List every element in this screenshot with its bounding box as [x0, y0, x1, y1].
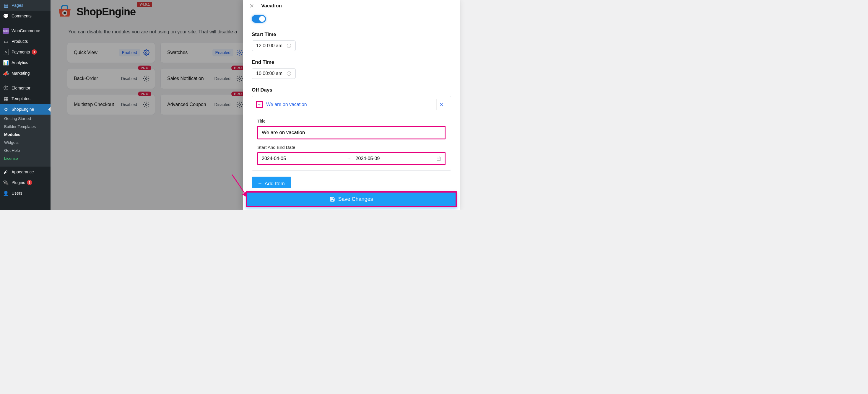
end-date-value: 2024-05-09	[356, 156, 437, 161]
close-icon[interactable]	[249, 3, 255, 9]
sidebar-item-comments[interactable]: 💬 Comments	[0, 11, 51, 21]
dollar-icon: $	[3, 49, 9, 55]
comment-icon: 💬	[3, 13, 9, 19]
date-range-label: Start And End Date	[257, 145, 445, 150]
sidebar-item-label: Users	[11, 191, 23, 196]
sidebar-item-label: ShopEngine	[11, 107, 34, 112]
sidebar-item-marketing[interactable]: 📣 Marketing	[0, 68, 51, 78]
save-changes-button[interactable]: Save Changes	[246, 191, 457, 207]
calendar-icon	[436, 156, 441, 161]
brush-icon: 🖌	[3, 169, 9, 175]
start-date-value: 2024-04-05	[262, 156, 343, 161]
sidebar-item-payments[interactable]: $ Payments 1	[0, 47, 51, 57]
sidebar-sub-license[interactable]: License	[0, 155, 51, 162]
title-field-label: Title	[257, 119, 445, 124]
enable-toggle[interactable]	[252, 15, 266, 23]
archive-icon: ▭	[3, 38, 9, 44]
sidebar-item-woocommerce[interactable]: woo WooCommerce	[0, 25, 51, 36]
sidebar-sub-getting-started[interactable]: Getting Started	[0, 114, 51, 123]
chevron-down-icon[interactable]	[256, 101, 262, 108]
settings-panel: Vacation Start Time 12:00:00 am End Time…	[243, 0, 460, 210]
sidebar-item-label: Pages	[11, 3, 23, 8]
active-indicator-icon	[48, 107, 51, 112]
chart-icon: 📊	[3, 60, 9, 66]
sidebar-item-label: Appearance	[11, 169, 34, 174]
woo-icon: woo	[3, 28, 9, 34]
sidebar-item-products[interactable]: ▭ Products	[0, 36, 51, 47]
sidebar-item-label: WooCommerce	[11, 28, 40, 33]
sidebar-sub-widgets[interactable]: Widgets	[0, 138, 51, 146]
sidebar-item-pages[interactable]: ▤ Pages	[0, 0, 51, 11]
off-day-item: We are on vacation Title Start And End D…	[252, 96, 451, 171]
start-time-input[interactable]: 12:00:00 am	[252, 40, 296, 51]
page-icon: ▤	[3, 2, 9, 8]
sidebar-item-plugins[interactable]: 🔌 Plugins 3	[0, 177, 51, 188]
sidebar-item-label: Plugins	[11, 180, 25, 185]
user-icon: 👤	[3, 190, 9, 196]
badge-count: 1	[32, 49, 37, 55]
off-day-title: We are on vacation	[266, 102, 436, 107]
sidebar-item-label: Comments	[11, 13, 32, 18]
start-time-label: Start Time	[252, 32, 451, 37]
sidebar-item-label: Products	[11, 39, 28, 44]
sidebar-item-templates[interactable]: ▦ Templates	[0, 93, 51, 104]
end-time-label: End Time	[252, 59, 451, 65]
sidebar-item-label: Marketing	[11, 71, 30, 76]
clock-icon	[286, 43, 291, 48]
start-time-value: 12:00:00 am	[256, 43, 282, 48]
sidebar-item-shopengine[interactable]: ⚙ ShopEngine	[0, 104, 51, 114]
shopengine-icon: ⚙	[3, 106, 9, 112]
panel-header: Vacation	[243, 0, 460, 12]
add-item-button[interactable]: + Add Item	[252, 176, 291, 188]
sidebar-item-elementor[interactable]: Ⓔ Elementor	[0, 83, 51, 93]
off-days-label: Off Days	[252, 87, 451, 93]
elementor-icon: Ⓔ	[3, 85, 9, 91]
sidebar-sub-get-help[interactable]: Get Help	[0, 146, 51, 155]
title-input[interactable]	[257, 126, 445, 139]
end-time-input[interactable]: 10:00:00 am	[252, 68, 296, 79]
plug-icon: 🔌	[3, 179, 9, 186]
date-range-input[interactable]: 2024-04-05 → 2024-05-09	[257, 152, 445, 165]
svg-rect-18	[437, 157, 440, 161]
badge-count: 3	[27, 180, 32, 185]
delete-icon[interactable]	[436, 99, 447, 110]
sidebar-sub-modules[interactable]: Modules	[0, 131, 51, 138]
sidebar-item-label: Elementor	[11, 86, 30, 90]
sidebar-item-label: Analytics	[11, 60, 28, 65]
add-item-label: Add Item	[265, 181, 285, 187]
save-icon	[330, 197, 335, 202]
save-label: Save Changes	[338, 196, 373, 202]
off-day-header[interactable]: We are on vacation	[252, 96, 451, 113]
end-time-value: 10:00:00 am	[256, 71, 282, 76]
sidebar-item-label: Payments	[11, 50, 30, 54]
sidebar-item-appearance[interactable]: 🖌 Appearance	[0, 167, 51, 177]
templates-icon: ▦	[3, 96, 9, 102]
admin-sidebar: ▤ Pages 💬 Comments woo WooCommerce ▭ Pro…	[0, 0, 51, 210]
sidebar-sub-builder-templates[interactable]: Builder Templates	[0, 123, 51, 131]
panel-title: Vacation	[261, 3, 282, 9]
clock-icon	[286, 71, 291, 76]
plus-icon: +	[258, 180, 262, 187]
sidebar-item-users[interactable]: 👤 Users	[0, 188, 51, 198]
arrow-right-icon: →	[347, 156, 351, 161]
sidebar-item-label: Templates	[11, 96, 30, 101]
sidebar-item-analytics[interactable]: 📊 Analytics	[0, 57, 51, 68]
megaphone-icon: 📣	[3, 70, 9, 76]
